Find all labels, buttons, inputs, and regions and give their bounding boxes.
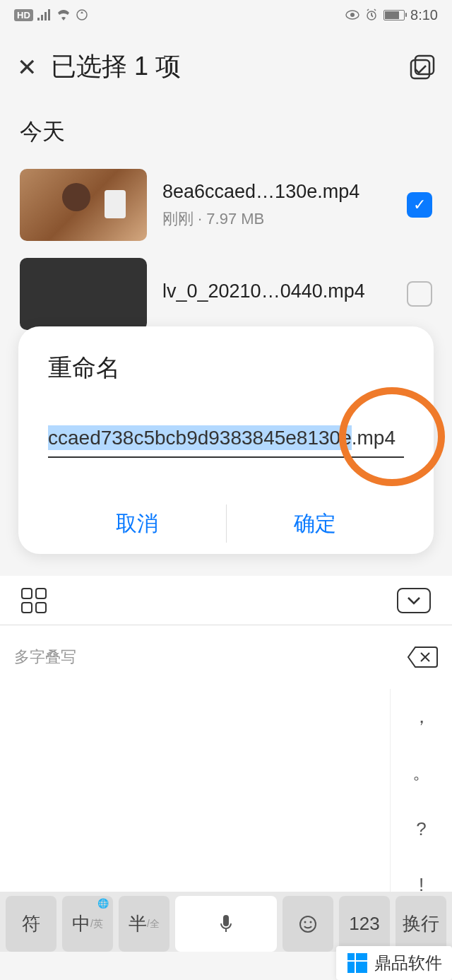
kb-voice-key[interactable] [175,896,277,952]
svg-rect-6 [223,915,229,926]
keyboard-toolbar [0,576,452,625]
watermark-icon [346,952,369,974]
status-bar: HD 8:10 [0,0,452,30]
kb-punct-question[interactable]: ? [391,801,452,857]
suggestion-text: 多字叠写 [14,647,76,668]
keyboard-body[interactable]: ， 。 ? ! [0,689,452,913]
svg-point-7 [300,916,316,932]
kb-emoji-key[interactable] [282,896,333,952]
file-checkbox[interactable] [407,281,432,307]
keyboard-collapse-icon[interactable] [397,588,431,613]
rotate-icon [76,8,88,21]
kb-width-key[interactable]: 半/全 [119,896,170,952]
wifi-icon [56,9,71,20]
file-meta: 刚刚 · 7.97 MB [162,208,391,230]
svg-rect-13 [356,962,367,973]
file-checkbox[interactable]: ✓ [407,192,432,218]
file-row[interactable]: 8ea6ccaed…130e.mp4 刚刚 · 7.97 MB ✓ [0,160,452,249]
kb-number-key[interactable]: 123 [339,896,390,952]
dialog-title: 重命名 [48,352,404,384]
svg-point-8 [304,921,307,923]
svg-rect-11 [347,962,355,973]
signal-icon [37,9,52,20]
svg-rect-5 [411,60,429,78]
keyboard-suggestion-bar: 多字叠写 [0,625,452,689]
emoji-icon [299,915,317,933]
close-icon[interactable]: ✕ [17,53,37,81]
file-thumbnail [20,169,147,241]
kb-symbol-key[interactable]: 符 [6,896,56,952]
selection-header: ✕ 已选择 1 项 [0,30,452,104]
file-thumbnail [20,258,147,330]
select-all-icon[interactable] [410,54,435,80]
backspace-icon[interactable] [407,646,438,668]
kb-punct-comma[interactable]: ， [391,689,452,745]
svg-point-2 [350,13,355,17]
watermark-text: 鼎品软件 [374,952,442,974]
file-name: lv_0_20210…0440.mp4 [162,281,391,302]
page-title: 已选择 1 项 [51,49,396,84]
file-row[interactable]: lv_0_20210…0440.mp4 [0,249,452,338]
keyboard-bottom-row: 符 🌐中/英 半/全 123 换行 [0,892,452,952]
kb-punct-period[interactable]: 。 [391,745,452,801]
alarm-icon [365,8,378,21]
rename-input[interactable]: ccaed738c5bcb9d9383845e8130e.mp4 [48,427,404,458]
keyboard-menu-icon[interactable] [21,588,49,613]
rename-dialog: 重命名 ccaed738c5bcb9d9383845e8130e.mp4 取消 … [18,326,434,554]
kb-lang-key[interactable]: 🌐中/英 [62,896,113,952]
status-time: 8:10 [410,7,438,23]
confirm-button[interactable]: 确定 [227,493,405,554]
microphone-icon [220,915,232,933]
watermark: 鼎品软件 [336,946,452,980]
cancel-button[interactable]: 取消 [48,493,226,554]
svg-rect-12 [356,953,367,960]
file-name: 8ea6ccaed…130e.mp4 [162,181,391,203]
svg-rect-10 [347,953,355,960]
eye-icon [345,10,359,20]
svg-point-9 [310,921,312,923]
section-today: 今天 [0,104,452,160]
kb-enter-key[interactable]: 换行 [396,896,446,952]
battery-icon [383,10,405,20]
hd-icon: HD [14,9,33,21]
